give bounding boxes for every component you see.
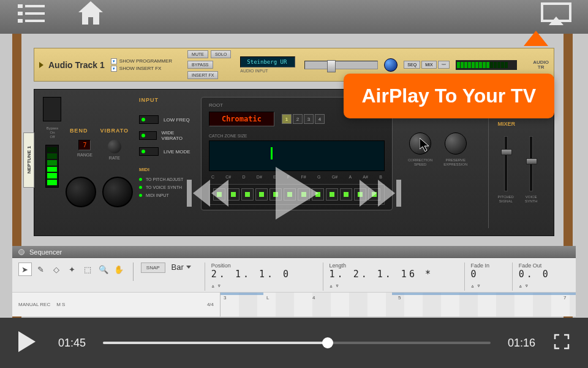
mute-tool-icon[interactable]: ⬚ — [81, 263, 94, 276]
clip-bar[interactable] — [221, 293, 263, 295]
midi-label: MIDI — [139, 167, 192, 172]
midi-led-1 — [139, 178, 142, 181]
play-button[interactable] — [18, 331, 37, 355]
app-header — [0, 0, 588, 34]
snap-button[interactable]: SNAP — [141, 263, 165, 273]
rate-label: RATE — [109, 156, 120, 160]
range-value[interactable]: 7 — [78, 140, 91, 150]
catch-zone-label: CATCH ZONE SIZE — [209, 134, 385, 138]
svg-rect-5 — [25, 20, 45, 22]
progress-bar[interactable] — [103, 342, 491, 344]
razor-tool-icon[interactable]: ✦ — [66, 263, 79, 276]
bend-label: BEND — [70, 128, 88, 134]
bypass-button[interactable]: BYPASS — [187, 61, 213, 69]
ms-label: M S — [56, 302, 65, 307]
snap-value-select[interactable]: Bar — [172, 263, 191, 272]
svg-marker-15 — [378, 180, 395, 207]
svg-rect-4 — [18, 19, 23, 23]
remaining-time: 01:16 — [508, 337, 535, 350]
pad-4[interactable]: 4 — [315, 114, 325, 124]
sequencer-header[interactable]: Sequencer — [12, 246, 576, 258]
preserve-expression-label: PRESERVEEXPRESSION — [443, 158, 467, 167]
fadein-value[interactable]: 0 ▵▿ — [471, 269, 499, 291]
level-slider[interactable] — [304, 61, 378, 69]
lowfreq-label: LOW FREQ — [164, 117, 190, 123]
track-list-header: MANUAL REC M S 4/4 — [12, 293, 221, 316]
mute-button[interactable]: MUTE — [187, 50, 208, 58]
pitch-wheel[interactable] — [66, 177, 96, 207]
solo-button[interactable]: SOLO — [211, 50, 231, 58]
pencil-tool-icon[interactable]: ✎ — [34, 263, 48, 276]
sequencer-collapse-icon[interactable] — [18, 249, 24, 255]
wave-button[interactable]: 〰 — [438, 61, 450, 69]
neptune-tab[interactable]: NEPTUNE 1 — [23, 132, 34, 188]
zoom-tool-icon[interactable]: 🔍 — [97, 263, 110, 276]
airplay-tooltip: AirPlay To Your TV — [344, 74, 555, 118]
expand-icon[interactable] — [39, 62, 43, 68]
next-track-button[interactable] — [358, 175, 401, 214]
video-center-controls — [187, 159, 401, 229]
prev-track-button[interactable] — [187, 175, 230, 214]
pad-3[interactable]: 3 — [304, 114, 314, 124]
preserve-expression-knob[interactable] — [445, 132, 467, 155]
fadeout-value[interactable]: 0. 0 ▵▿ — [519, 269, 570, 291]
show-options: ▾SHOW PROGRAMMER ▾SHOW INSERT FX — [111, 58, 172, 72]
mixer-label: MIXER — [498, 121, 543, 127]
pan-knob[interactable] — [384, 58, 398, 72]
seq-button[interactable]: SEQ — [404, 61, 420, 69]
midi-led-3 — [139, 194, 142, 197]
pointer-tool-icon[interactable]: ➤ — [18, 263, 32, 276]
ruler-mark: 4 — [312, 295, 315, 301]
position-label: Position — [211, 263, 309, 269]
length-value[interactable]: 1. 2. 1. 16 * ▵▿ — [330, 269, 451, 291]
clip-bar[interactable] — [392, 293, 576, 295]
scale-preset-pads: 1 2 3 4 — [282, 114, 325, 124]
scale-display[interactable]: Chromatic — [209, 112, 274, 126]
neptune-bypass-col: BypassOnOff — [39, 97, 66, 228]
fadein-label: Fade In — [471, 263, 499, 269]
livemode-label: LIVE MODE — [164, 149, 190, 155]
tooltip-pointer — [524, 31, 548, 46]
audio-input-label: AUDIO INPUT — [240, 69, 295, 73]
livemode-button[interactable] — [139, 147, 159, 156]
mix-button[interactable]: MIX — [421, 61, 436, 69]
insertfx-button[interactable]: INSERT FX — [187, 71, 218, 79]
rate-knob[interactable] — [108, 140, 121, 153]
lowfreq-button[interactable] — [139, 115, 159, 124]
sequencer-toolbar: ➤ ✎ ◇ ✦ ⬚ 🔍 ✋ SNAP Bar Position 2. 1. 1.… — [12, 258, 576, 292]
airplay-icon[interactable] — [539, 0, 573, 28]
widevib-button[interactable] — [139, 131, 157, 140]
svg-rect-1 — [25, 5, 45, 7]
center-play-button[interactable] — [260, 159, 328, 229]
show-programmer-check[interactable]: ▾ — [111, 58, 117, 64]
menu-list-icon[interactable] — [15, 0, 49, 28]
voice-synth-fader[interactable] — [529, 136, 533, 191]
bypass-switch[interactable] — [43, 97, 61, 121]
timeline-ruler[interactable]: 3 L 4 5 7 — [221, 293, 576, 316]
audio-input-value[interactable]: Steinberg UR — [240, 56, 295, 67]
eraser-tool-icon[interactable]: ◇ — [50, 263, 63, 276]
hand-tool-icon[interactable]: ✋ — [112, 263, 126, 276]
pitched-fader[interactable] — [504, 136, 508, 191]
progress-fill — [103, 342, 328, 344]
mod-wheel[interactable] — [102, 177, 133, 207]
pitched-label: PITCHEDSIGNAL — [498, 195, 514, 204]
position-value[interactable]: 2. 1. 1. 0 ▵▿ — [211, 269, 309, 291]
svg-marker-11 — [193, 180, 210, 207]
track-title: Audio Track 1 — [48, 60, 105, 70]
pad-1[interactable]: 1 — [282, 114, 292, 124]
show-programmer-lbl: SHOW PROGRAMMER — [119, 58, 172, 64]
correction-speed-label: CORRECTIONSPEED — [408, 158, 432, 167]
correction-speed-knob[interactable] — [409, 132, 431, 155]
pad-2[interactable]: 2 — [293, 114, 303, 124]
fullscreen-button[interactable] — [554, 334, 570, 352]
svg-rect-3 — [25, 12, 45, 15]
fadeout-label: Fade Out — [519, 263, 570, 269]
svg-rect-0 — [18, 4, 23, 8]
svg-marker-13 — [276, 167, 318, 220]
show-insertfx-check[interactable]: ▾ — [111, 66, 117, 72]
progress-thumb[interactable] — [322, 337, 333, 348]
ruler-mark: 7 — [564, 295, 566, 301]
home-icon[interactable] — [74, 0, 107, 28]
voice-synth-label: VOICESYNTH — [525, 195, 537, 204]
